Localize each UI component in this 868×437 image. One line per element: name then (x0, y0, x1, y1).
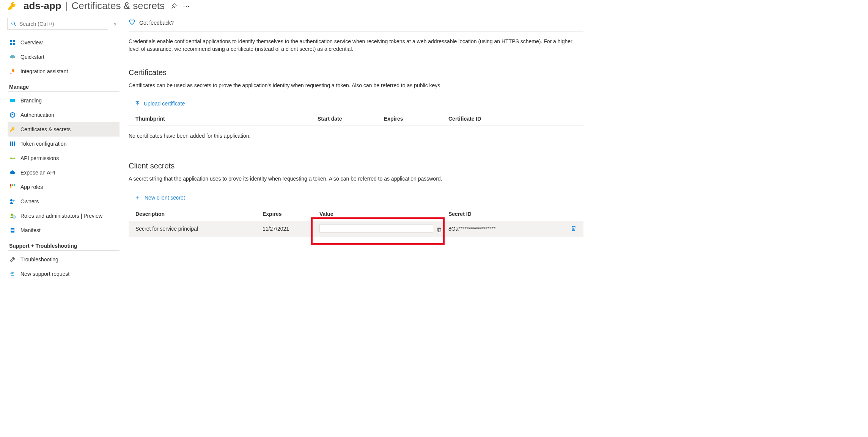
svg-rect-5 (13, 43, 15, 45)
owners-icon (9, 198, 16, 205)
secrets-desc: A secret string that the application use… (129, 176, 583, 182)
search-input[interactable] (19, 21, 105, 27)
plus-icon: ＋ (135, 194, 141, 202)
sidebar-item-new-support[interactable]: New support request (8, 267, 120, 281)
feedback-link[interactable]: Got feedback? (129, 19, 583, 31)
secrets-title: Client secrets (129, 162, 583, 170)
roles-icon (9, 184, 16, 190)
svg-rect-4 (10, 43, 12, 45)
page-title: Certificates & secrets (71, 0, 165, 12)
sidebar-item-label: Quickstart (20, 54, 44, 60)
certificates-empty: No certificates have been added for this… (129, 133, 583, 139)
page-header: ads-app | Certificates & secrets ⋯ (0, 0, 592, 16)
copy-value-button[interactable] (437, 227, 442, 233)
col-expires: Expires (384, 116, 448, 122)
secrets-table-header: Description Expires Value Secret ID (129, 208, 583, 221)
new-client-secret-button[interactable]: ＋ New client secret (129, 190, 191, 206)
col-description: Description (135, 211, 263, 217)
svg-rect-2 (10, 40, 12, 42)
svg-rect-13 (10, 184, 11, 186)
sidebar-item-roles-admins[interactable]: Roles and administrators | Preview (8, 209, 120, 223)
sidebar-item-overview[interactable]: Overview (8, 35, 120, 50)
intro-text: Credentials enable confidential applicat… (129, 38, 576, 53)
sidebar-item-integration[interactable]: Integration assistant (8, 64, 120, 79)
manifest-icon (9, 227, 16, 234)
wrench-icon (9, 256, 16, 263)
sidebar-item-label: Certificates & secrets (20, 126, 71, 132)
token-icon (9, 140, 16, 147)
key-icon (8, 1, 17, 11)
rocket-icon (9, 68, 16, 75)
api-perm-icon (9, 155, 16, 162)
svg-rect-23 (11, 230, 14, 231)
col-cert-id: Certificate ID (448, 116, 583, 122)
col-secret-id: Secret ID (448, 211, 583, 217)
svg-rect-3 (13, 40, 15, 42)
sidebar-item-label: Expose an API (20, 170, 55, 176)
svg-rect-8 (10, 141, 11, 146)
sidebar-item-quickstart[interactable]: Quickstart (8, 50, 120, 64)
key-icon (9, 126, 16, 133)
sidebar-item-label: Owners (20, 198, 39, 204)
certificates-title: Certificates (129, 68, 583, 77)
sidebar-item-label: Token configuration (20, 141, 66, 147)
search-icon (11, 21, 16, 27)
sidebar-item-label: Manifest (20, 227, 41, 233)
overview-icon (9, 39, 16, 46)
secret-value-cell (319, 224, 448, 234)
new-secret-label: New client secret (145, 195, 185, 201)
sidebar-item-api-permissions[interactable]: API permissions (8, 151, 120, 165)
svg-rect-22 (11, 229, 14, 230)
support-icon (9, 270, 16, 277)
svg-rect-9 (12, 141, 13, 146)
sidebar-item-label: App roles (20, 184, 43, 190)
divider (8, 91, 120, 92)
sidebar-item-label: Branding (20, 97, 42, 104)
admin-icon (9, 212, 16, 219)
col-expires: Expires (263, 211, 319, 217)
divider (8, 250, 120, 251)
upload-icon (135, 101, 140, 106)
sidebar-item-troubleshooting[interactable]: Troubleshooting (8, 252, 120, 267)
svg-point-11 (10, 157, 12, 159)
certificates-table-header: Thumbprint Start date Expires Certificat… (129, 113, 583, 126)
auth-icon (9, 112, 16, 118)
sidebar-item-label: API permissions (20, 155, 59, 161)
search-box[interactable] (8, 18, 108, 30)
feedback-label: Got feedback? (139, 20, 174, 26)
upload-label: Upload certificate (144, 101, 185, 107)
svg-point-12 (14, 158, 16, 159)
upload-certificate-button[interactable]: Upload certificate (129, 97, 191, 110)
svg-point-24 (11, 272, 14, 274)
sidebar-item-owners[interactable]: Owners (8, 194, 120, 209)
sidebar-item-expose-api[interactable]: Expose an API (8, 165, 120, 180)
nav-group-manage: Manage (9, 84, 120, 90)
heart-icon (129, 19, 135, 27)
app-name: ads-app (24, 0, 61, 12)
sidebar-item-certificates[interactable]: Certificates & secrets (8, 122, 120, 137)
svg-point-20 (13, 216, 15, 218)
col-thumbprint: Thumbprint (135, 116, 318, 122)
col-start-date: Start date (318, 116, 384, 122)
sidebar-item-app-roles[interactable]: App roles (8, 180, 120, 194)
pin-button[interactable] (171, 3, 177, 9)
sidebar-item-label: Roles and administrators | Preview (20, 213, 102, 219)
sidebar-item-label: Overview (20, 39, 42, 46)
secret-id: 8Oa****************** (448, 226, 583, 232)
nav-group-support: Support + Troubleshooting (9, 243, 120, 249)
secret-row: Secret for service principal 11/27/2021 … (129, 221, 583, 237)
svg-rect-10 (14, 141, 15, 146)
sidebar-item-authentication[interactable]: Authentication (8, 108, 120, 122)
delete-secret-button[interactable] (571, 225, 577, 233)
collapse-sidebar-button[interactable]: « (113, 21, 120, 27)
secret-value[interactable] (319, 224, 433, 233)
sidebar-item-token-config[interactable]: Token configuration (8, 137, 120, 151)
secret-expires: 11/27/2021 (263, 226, 319, 232)
svg-rect-16 (10, 186, 11, 188)
more-button[interactable]: ⋯ (183, 2, 190, 10)
sidebar: « Overview Quickstart Integration assist… (0, 16, 120, 281)
sidebar-item-label: New support request (20, 271, 69, 277)
sidebar-item-branding[interactable]: Branding (8, 93, 120, 108)
sidebar-item-label: Integration assistant (20, 68, 68, 74)
sidebar-item-manifest[interactable]: Manifest (8, 223, 120, 237)
